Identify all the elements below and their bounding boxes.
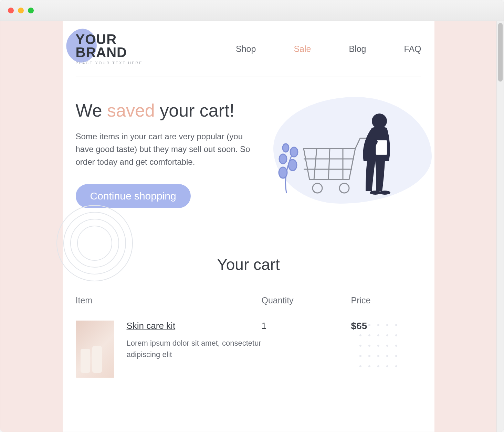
header: YOUR BRAND PLACE YOUR TEXT HERE Shop Sal… (76, 31, 421, 76)
col-price: Price (351, 295, 421, 305)
brand-logo[interactable]: YOUR BRAND PLACE YOUR TEXT HERE (76, 31, 143, 66)
nav-faq[interactable]: FAQ (404, 44, 421, 54)
product-thumbnail[interactable] (76, 321, 114, 378)
brand-line2: BRAND (76, 45, 127, 60)
cart-heading: Your cart (76, 255, 421, 283)
nav-blog[interactable]: Blog (349, 44, 366, 54)
svg-point-7 (290, 147, 298, 157)
product-desc: Lorem ipsum dolor sit amet, consectetur … (127, 337, 262, 360)
col-item: Item (76, 295, 262, 305)
person-cart-icon (266, 107, 414, 210)
svg-point-19 (379, 191, 390, 195)
hero-title-pre: We (76, 100, 107, 120)
svg-line-11 (314, 149, 317, 180)
svg-point-15 (339, 183, 349, 193)
svg-point-4 (279, 167, 287, 178)
scrollbar-thumb[interactable] (498, 23, 503, 82)
svg-point-5 (288, 160, 297, 171)
top-nav: Shop Sale Blog FAQ (236, 44, 421, 54)
browser-window: YOUR BRAND PLACE YOUR TEXT HERE Shop Sal… (0, 0, 504, 432)
cart-row-wrap: Skin care kit Lorem ipsum dolor sit amet… (76, 321, 421, 378)
svg-point-6 (279, 154, 287, 164)
brand-tagline: PLACE YOUR TEXT HERE (76, 61, 143, 65)
hero: We saved your cart! Some items in your c… (76, 100, 421, 210)
email-card: YOUR BRAND PLACE YOUR TEXT HERE Shop Sal… (63, 21, 434, 432)
window-minimize-icon[interactable] (18, 8, 24, 13)
page-background: YOUR BRAND PLACE YOUR TEXT HERE Shop Sal… (0, 21, 496, 432)
hero-title: We saved your cart! (76, 100, 255, 121)
col-qty: Quantity (262, 295, 351, 305)
nav-shop[interactable]: Shop (236, 44, 256, 54)
svg-point-8 (283, 144, 289, 152)
svg-line-12 (328, 149, 330, 180)
window-close-icon[interactable] (8, 8, 14, 13)
hero-illustration (266, 100, 421, 210)
svg-point-16 (372, 114, 387, 129)
nav-sale[interactable]: Sale (294, 44, 311, 54)
product-qty: 1 (262, 321, 351, 378)
dot-grid-decoration-icon (356, 321, 404, 372)
svg-point-18 (370, 191, 381, 195)
continue-shopping-button[interactable]: Continue shopping (76, 184, 191, 208)
svg-rect-17 (376, 140, 387, 155)
scrollbar-track[interactable] (496, 21, 504, 432)
window-zoom-icon[interactable] (28, 8, 34, 13)
hero-text: We saved your cart! Some items in your c… (76, 100, 255, 210)
product-info: Skin care kit Lorem ipsum dolor sit amet… (127, 321, 262, 378)
hero-body: Some items in your cart are very popular… (76, 130, 255, 169)
product-name-link[interactable]: Skin care kit (127, 321, 176, 331)
cart-columns: Item Quantity Price (76, 295, 421, 305)
svg-point-14 (313, 183, 322, 193)
hero-title-accent: saved (107, 100, 155, 120)
window-titlebar (0, 0, 504, 21)
hero-title-post: your cart! (155, 100, 234, 120)
brand-name: YOUR BRAND (76, 33, 143, 59)
